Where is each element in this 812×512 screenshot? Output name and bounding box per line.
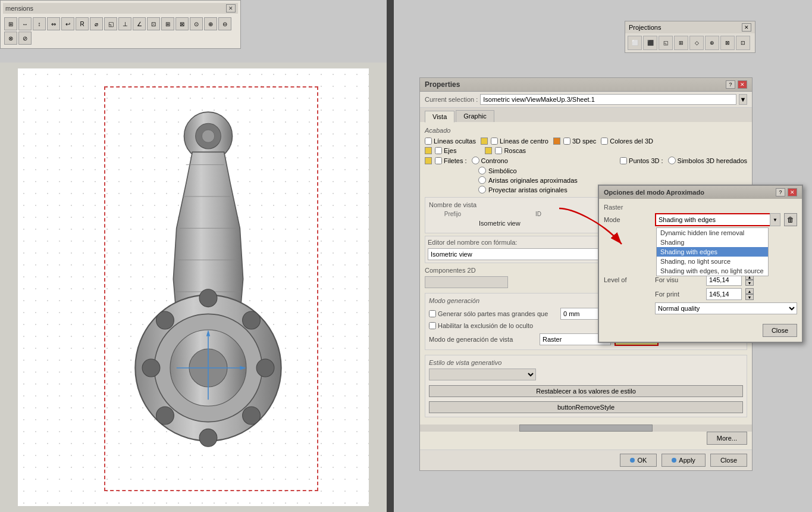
toolbar-icon-5[interactable]: ↩ <box>61 17 74 30</box>
close-dialog-button[interactable]: Close <box>763 324 797 337</box>
svg-point-17 <box>156 407 174 424</box>
id-header: ID <box>479 211 598 217</box>
dropdown-item-2[interactable]: Shading <box>657 238 768 247</box>
cb-roscas-color <box>485 147 492 154</box>
close-button[interactable]: Close <box>710 454 747 467</box>
horizontal-scrollbar[interactable] <box>420 424 752 432</box>
tab-graphic[interactable]: Graphic <box>456 110 494 122</box>
horizontal-scroll-thumb[interactable] <box>519 424 652 432</box>
toolbar-icons: ⊞ ↔ ↕ ⇔ ↩ R ⌀ ◱ ⊥ ∠ ⊡ ⊞ ⊠ ⊙ ⊕ ⊖ ⊗ ⊘ <box>3 16 238 46</box>
radio-simbolos3d[interactable] <box>668 157 676 164</box>
cb-controno: Controno <box>472 157 508 164</box>
opciones-help-btn[interactable]: ? <box>776 188 785 196</box>
toolbar-icon-6[interactable]: R <box>76 17 89 30</box>
dropdown-item-3[interactable]: Shading with edges <box>657 247 768 257</box>
projections-close-btn[interactable]: ✕ <box>742 23 751 32</box>
svg-point-16 <box>199 429 217 447</box>
svg-point-14 <box>256 359 274 377</box>
toolbar-icon-3[interactable]: ↕ <box>33 17 46 30</box>
radio-proyectar-input[interactable] <box>478 186 486 193</box>
cb-3d-spec: 3D spec <box>553 138 596 145</box>
estilo-title: Estilo de vista generativo <box>429 359 743 366</box>
current-selection-dropdown[interactable]: ▼ <box>739 94 747 105</box>
cb-simbolos3d: Simbolos 3D heredados <box>668 157 747 164</box>
section-acabado: Acabado <box>425 127 747 134</box>
aristas-label: Aristas originales aproximadas <box>488 177 578 184</box>
mode-select-display[interactable]: Shading with edges Dynamic hidden line r… <box>655 213 780 226</box>
proj-icon-3[interactable]: ◱ <box>659 36 673 50</box>
for-print-input[interactable] <box>706 288 742 300</box>
componentes-input[interactable] <box>425 276 508 288</box>
panel-close-btn[interactable]: ✕ <box>738 80 747 89</box>
ok-button[interactable]: OK <box>620 454 657 467</box>
restablecer-button[interactable]: Restablecer a los valores de estilo <box>429 385 743 397</box>
toolbar-icon-8[interactable]: ◱ <box>104 17 117 30</box>
normal-quality-select[interactable]: Normal quality <box>655 302 797 314</box>
opciones-close-btn[interactable]: ✕ <box>788 188 797 196</box>
proj-icon-5[interactable]: ◇ <box>689 36 704 50</box>
toolbar-icon-16[interactable]: ⊖ <box>218 17 231 30</box>
radio-controno[interactable] <box>472 157 479 164</box>
cb-colores-3d-input[interactable] <box>601 138 608 145</box>
proj-icon-4[interactable]: ⊞ <box>674 36 688 50</box>
dimensions-toolbar: mensions ✕ ⊞ ↔ ↕ ⇔ ↩ R ⌀ ◱ ⊥ ∠ ⊡ ⊞ ⊠ ⊙ ⊕… <box>0 0 241 49</box>
radio-simbolico-input[interactable] <box>478 167 486 174</box>
toolbar-title: mensions ✕ <box>3 3 238 14</box>
cb-filetes-input[interactable] <box>435 157 442 164</box>
toolbar-icon-7[interactable]: ⌀ <box>90 17 103 30</box>
print-down-btn[interactable]: ▼ <box>745 294 754 300</box>
cb-puntos3d-input[interactable] <box>620 157 627 164</box>
proj-icon-8[interactable]: ⊡ <box>736 36 750 50</box>
cb-lineas-ocultas-input[interactable] <box>425 138 432 145</box>
panel-help-btn[interactable]: ? <box>726 80 735 89</box>
cb-lineas-centro-input[interactable] <box>491 138 498 145</box>
tab-vista[interactable]: Vista <box>425 111 454 123</box>
mode-label: Mode <box>604 216 651 223</box>
cb-roscas-input[interactable] <box>495 147 502 154</box>
toolbar-icon-15[interactable]: ⊕ <box>204 17 217 30</box>
dropdown-item-5[interactable]: Shading with edges, no light source <box>657 266 768 276</box>
proj-icon-6[interactable]: ⊕ <box>705 36 719 50</box>
cb-lineas-centro: Líneas de centro <box>481 138 548 145</box>
svg-point-13 <box>243 311 261 329</box>
apply-button[interactable]: Apply <box>661 454 706 467</box>
svg-point-12 <box>199 289 217 307</box>
remove-style-button[interactable]: buttonRemoveStyle <box>429 401 743 413</box>
toolbar-icon-13[interactable]: ⊠ <box>175 17 189 30</box>
cb-ejes-input[interactable] <box>435 147 442 154</box>
print-up-btn[interactable]: ▲ <box>745 288 754 294</box>
proj-icon-1[interactable]: ⬜ <box>628 36 642 50</box>
estilo-select[interactable] <box>429 369 536 380</box>
toolbar-icon-9[interactable]: ⊥ <box>118 17 131 30</box>
toolbar-icon-11[interactable]: ⊡ <box>147 17 160 30</box>
cb-generar-input[interactable] <box>429 310 436 317</box>
toolbar-icon-1[interactable]: ⊞ <box>4 17 17 30</box>
cb-colores-3d: Colores del 3D <box>601 138 653 145</box>
toolbar-icon-12[interactable]: ⊞ <box>161 17 174 30</box>
cb-3d-spec-input[interactable] <box>563 138 570 145</box>
more-button[interactable]: More... <box>707 432 747 445</box>
dropdown-item-1[interactable]: Dynamic hidden line removal <box>657 228 768 238</box>
dropdown-item-4[interactable]: Shading, no light source <box>657 257 768 266</box>
toolbar-icon-4[interactable]: ⇔ <box>47 17 60 30</box>
svg-point-18 <box>142 359 160 377</box>
radio-aristas-input[interactable] <box>478 176 486 184</box>
toolbar-icon-10[interactable]: ∠ <box>133 17 146 30</box>
toolbar-close-btn[interactable]: ✕ <box>226 4 236 13</box>
mode-delete-btn[interactable]: 🗑 <box>784 213 797 226</box>
opciones-footer: Close <box>599 321 802 342</box>
opciones-dialog-title: Opciones del modo Aproximado <box>604 189 704 196</box>
cb-filetes: Filetes : <box>425 157 467 164</box>
proj-icon-7[interactable]: ⊠ <box>720 36 735 50</box>
filetes-label: Filetes : <box>444 157 467 164</box>
opciones-titlebar: Opciones del modo Aproximado ? ✕ <box>599 186 802 199</box>
toolbar-icon-17[interactable]: ⊗ <box>4 32 17 45</box>
toolbar-icon-18[interactable]: ⊘ <box>18 32 32 45</box>
proj-icon-2[interactable]: ⬛ <box>643 36 657 50</box>
toolbar-icon-14[interactable]: ⊙ <box>190 17 203 30</box>
toolbar-title-text: mensions <box>5 5 33 12</box>
visu-down-btn[interactable]: ▼ <box>745 280 754 286</box>
vertical-separator <box>387 0 394 512</box>
cb-habilitar-input[interactable] <box>429 322 436 329</box>
toolbar-icon-2[interactable]: ↔ <box>18 17 32 30</box>
